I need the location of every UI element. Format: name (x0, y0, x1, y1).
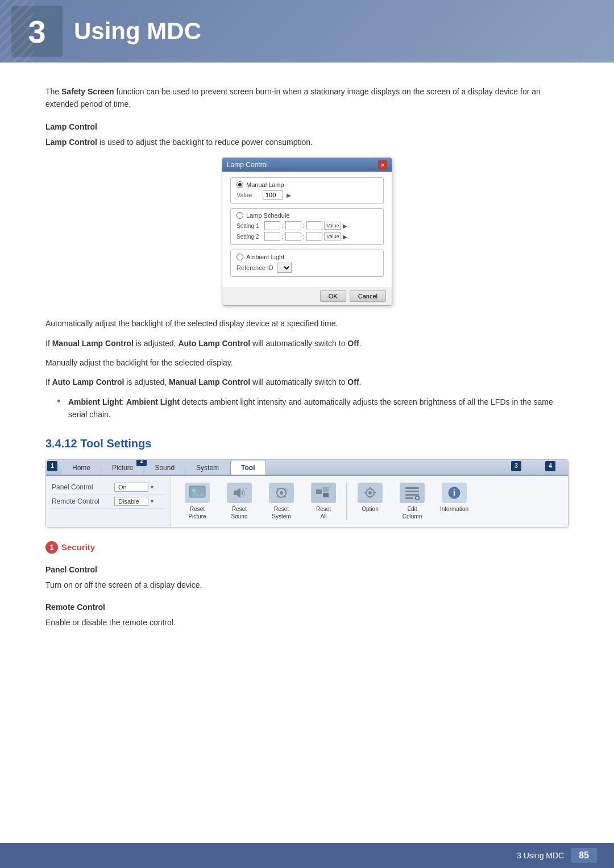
panel-control-value[interactable]: On (114, 483, 148, 492)
reset-system-group[interactable]: ResetSystem (261, 480, 302, 522)
mockup-left-panel: Panel Control On ▼ Remote Control Disabl… (46, 476, 171, 527)
option-group[interactable]: Option (350, 480, 391, 515)
edit-column-svg (403, 485, 421, 501)
svg-rect-6 (316, 489, 322, 494)
manual-lamp-section: Manual Lamp Value ▶ (230, 177, 384, 203)
reset-all-svg (314, 485, 333, 501)
manual-lamp-arrow[interactable]: ▶ (287, 192, 291, 198)
remote-control-arrow[interactable]: ▼ (150, 499, 155, 504)
lamp-control-heading: Lamp Control (45, 122, 569, 131)
lamp-schedule-radio[interactable]: Lamp Schedule (237, 212, 377, 219)
reset-sound-svg (230, 485, 248, 501)
corner-label-3: 3 (511, 461, 521, 471)
lamp-schedule-section: Lamp Schedule Setting 1 : : Value ▶ Sett… (230, 208, 384, 245)
remote-control-label: Remote Control (52, 497, 114, 505)
tool-settings-heading: 3.4.12 Tool Settings (45, 437, 569, 450)
ok-button[interactable]: OK (320, 290, 346, 302)
dialog-close-button[interactable]: ✕ (378, 160, 387, 169)
information-icon: i (442, 483, 467, 503)
manual-lamp-value-input[interactable] (263, 190, 283, 200)
ambient-ref-row: Reference ID (237, 263, 377, 273)
sched-hour-2[interactable] (264, 232, 280, 241)
manual-lamp-radio[interactable]: Manual Lamp (237, 181, 377, 188)
dialog-title: Lamp Control (227, 161, 268, 169)
remote-control-text: Enable or disable the remote control. (45, 616, 569, 629)
edit-column-icon (400, 483, 425, 503)
sched-sec-2[interactable] (306, 232, 322, 241)
manual-auto-text: If Manual Lamp Control is adjusted, Auto… (45, 337, 569, 350)
reset-picture-icon (185, 483, 210, 503)
reset-picture-group[interactable]: ResetPicture (177, 480, 218, 522)
svg-rect-3 (234, 491, 237, 495)
setting1-label: Setting 1 (237, 223, 263, 229)
main-content: The Safety Screen function can be used t… (0, 63, 614, 681)
svg-point-10 (368, 491, 372, 495)
tab-bar: 1 Home Picture 2 Sound System Tool 3 4 (46, 460, 568, 476)
safety-screen-intro: The Safety Screen function can be used t… (45, 85, 569, 111)
reset-system-svg (272, 485, 291, 501)
ambient-light-section: Ambient Light Reference ID (230, 250, 384, 277)
edit-column-group[interactable]: EditColumn (392, 480, 433, 522)
security-heading-text: Security (61, 542, 95, 552)
corner-label-2: 2 (136, 459, 147, 466)
sched-hour-1[interactable] (264, 221, 280, 230)
sched-arrow-1[interactable]: ▶ (343, 223, 347, 229)
lamp-control-dialog: Lamp Control ✕ Manual Lamp Value ▶ (222, 157, 392, 306)
sched-min-2[interactable] (285, 232, 301, 241)
chapter-number: 3 (11, 6, 63, 57)
reset-sound-label: ResetSound (231, 505, 248, 520)
tab-home[interactable]: Home (62, 460, 101, 475)
sched-min-1[interactable] (285, 221, 301, 230)
panel-control-subheading: Panel Control (45, 565, 569, 574)
setting2-label: Setting 2 (237, 234, 263, 240)
footer-text: 3 Using MDC (517, 851, 564, 860)
chapter-title: Using MDC (74, 18, 201, 45)
tab-picture[interactable]: Picture 2 (102, 460, 143, 475)
panel-control-label: Panel Control (52, 483, 114, 491)
cancel-button[interactable]: Cancel (350, 290, 386, 302)
value-label: Value (237, 192, 259, 198)
chapter-banner: 3 Using MDC (0, 0, 614, 63)
sched-value-btn-1[interactable]: Value (324, 222, 341, 230)
auto-manual-text: If Auto Lamp Control is adjusted, Manual… (45, 376, 569, 388)
manually-text: Manually adjust the backlight for the se… (45, 356, 569, 369)
manual-lamp-label: Manual Lamp (246, 181, 284, 188)
dialog-titlebar: Lamp Control ✕ (222, 158, 392, 172)
section-number-1: 1 (45, 541, 58, 554)
ambient-light-radio[interactable]: Ambient Light (237, 254, 377, 260)
sched-arrow-2[interactable]: ▶ (343, 234, 347, 240)
ambient-bullet-item: Ambient Light: Ambient Light detects amb… (57, 396, 569, 421)
reset-system-label: ResetSystem (272, 505, 291, 520)
security-section-heading: 1 Security (45, 541, 569, 554)
sched-colon-1: : (282, 222, 284, 229)
ref-id-label: Reference ID (237, 264, 273, 271)
sched-value-btn-2[interactable]: Value (324, 232, 341, 240)
reset-sound-icon (227, 483, 252, 503)
panel-control-arrow[interactable]: ▼ (150, 484, 155, 490)
lamp-control-dialog-wrapper: Lamp Control ✕ Manual Lamp Value ▶ (45, 157, 569, 306)
reset-picture-label: ResetPicture (188, 505, 206, 520)
dialog-body: Manual Lamp Value ▶ Lamp Schedule (222, 172, 392, 287)
reset-sound-group[interactable]: ResetSound (219, 480, 260, 522)
svg-rect-15 (405, 487, 419, 489)
manual-lamp-value-row: Value ▶ (237, 190, 377, 200)
reset-all-group[interactable]: ResetAll (303, 480, 344, 522)
lamp-schedule-radio-dot (237, 212, 243, 219)
mockup-body: Panel Control On ▼ Remote Control Disabl… (46, 476, 568, 527)
sched-sec-1[interactable] (306, 221, 322, 230)
information-label: Information (440, 505, 468, 513)
information-group[interactable]: i Information (434, 480, 475, 515)
tab-tool[interactable]: Tool (230, 460, 265, 475)
page-footer: 3 Using MDC 85 (0, 843, 614, 868)
ref-id-select[interactable] (277, 263, 292, 273)
panel-control-row: Panel Control On ▼ (52, 480, 165, 495)
edit-column-label: EditColumn (403, 505, 422, 520)
manual-lamp-radio-dot (237, 181, 243, 188)
remote-control-subheading: Remote Control (45, 603, 569, 612)
tab-sound[interactable]: Sound (144, 460, 185, 475)
svg-rect-17 (405, 494, 419, 496)
tab-system[interactable]: System (186, 460, 229, 475)
option-icon (358, 483, 383, 503)
svg-text:i: i (453, 488, 455, 497)
remote-control-value[interactable]: Disable (114, 497, 148, 506)
